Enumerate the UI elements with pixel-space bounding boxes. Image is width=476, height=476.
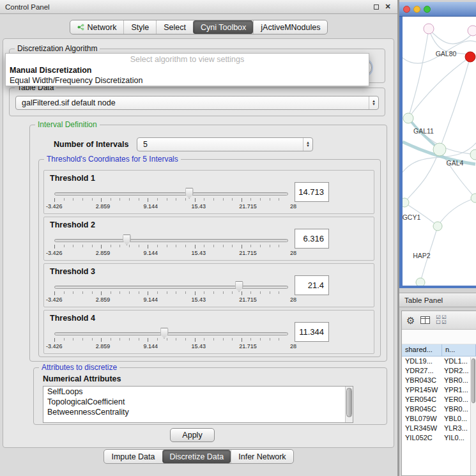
network-node[interactable]: [470, 150, 476, 160]
dropdown-placeholder: Select algorithm to view settings: [6, 55, 369, 65]
close-button[interactable]: [403, 6, 410, 13]
node-label-gal4: GAL4: [447, 159, 464, 167]
table-row[interactable]: YBL079WYBL0...: [402, 414, 476, 424]
slider-track[interactable]: [54, 286, 288, 289]
columns-icon[interactable]: [420, 316, 430, 324]
cell-shared-name[interactable]: YPR145W: [402, 385, 442, 395]
threshold-slider[interactable]: -3.4262.8599.14415.4321.71528: [54, 234, 288, 259]
slider-track[interactable]: [54, 239, 288, 242]
zoom-button[interactable]: [424, 6, 431, 13]
table-row[interactable]: YER054CYER0...: [402, 395, 476, 404]
checkbox-icon: ☑: [441, 320, 447, 325]
tab-infer-network[interactable]: Infer Network: [231, 450, 293, 463]
dropdown-option-manual[interactable]: Manual Discretization: [6, 65, 369, 75]
cell-shared-name[interactable]: YDR27...: [402, 366, 442, 376]
number-of-intervals-spinner[interactable]: 5 ▲▼: [137, 137, 313, 151]
table-row[interactable]: YBR045CYBR0...: [402, 404, 476, 414]
scale-tick-label: 2.859: [96, 250, 111, 256]
tab-label: Infer Network: [238, 452, 286, 461]
select-columns-icon[interactable]: ☑☑ ☐☑: [436, 315, 447, 325]
scale-tick-label: 15.43: [191, 343, 206, 349]
bottom-tab-group: Impute Data Discretize Data Infer Networ…: [104, 449, 293, 464]
slider-major-ticks: [54, 338, 288, 342]
cell-shared-name[interactable]: YBL079W: [402, 414, 442, 424]
slider-thumb[interactable]: [235, 281, 243, 292]
cell-shared-name[interactable]: YER054C: [402, 395, 442, 404]
network-node[interactable]: [403, 113, 413, 123]
threshold-slider[interactable]: -3.4262.8599.14415.4321.71528: [54, 281, 288, 305]
scrollbar-thumb[interactable]: [346, 388, 352, 417]
cell-shared-name[interactable]: YIL052C: [402, 433, 442, 443]
tab-discretize-data[interactable]: Discretize Data: [162, 450, 231, 463]
table-row[interactable]: YBR043CYBR0...: [402, 376, 476, 385]
cell-shared-name[interactable]: YLR345W: [402, 424, 442, 433]
list-item[interactable]: BetweennessCentrality: [43, 407, 353, 417]
network-node[interactable]: [471, 194, 476, 203]
table-data-select[interactable]: galFiltered.sif default node ▲▼: [15, 96, 379, 110]
tab-jactivemnodules[interactable]: jActiveMNodules: [253, 20, 327, 34]
threshold-label: Threshold 1: [50, 174, 95, 183]
slider-thumb[interactable]: [185, 188, 194, 199]
list-scrollbar[interactable]: [345, 387, 353, 422]
tab-select[interactable]: Select: [156, 20, 193, 34]
slider-track[interactable]: [54, 332, 288, 335]
table-row[interactable]: YPR145WYPR1...: [402, 385, 476, 395]
group-title: Threshold's Coordinates for 5 Intervals: [44, 155, 181, 164]
table-row[interactable]: YDR27...YDR2...: [402, 366, 476, 376]
close-window-button[interactable]: ✕: [383, 3, 392, 12]
network-node[interactable]: [403, 198, 409, 207]
table-row[interactable]: YLR345WYLR3...: [402, 424, 476, 433]
slider-track[interactable]: [54, 192, 288, 196]
spinner-arrows-icon: ▲▼: [303, 138, 312, 151]
scale-tick-label: -3.426: [46, 250, 63, 256]
network-node[interactable]: [433, 143, 446, 156]
column-header-name[interactable]: n...: [442, 344, 476, 357]
slider-thumb[interactable]: [160, 328, 169, 339]
network-canvas[interactable]: GAL80 GAL11 GAL4 GCY1 HAP2: [403, 17, 476, 286]
list-item[interactable]: SelfLoops: [43, 387, 353, 397]
threshold-slider[interactable]: -3.4262.8599.14415.4321.71528: [54, 328, 288, 352]
table-scrollbar[interactable]: [470, 357, 476, 475]
network-node[interactable]: [433, 222, 442, 231]
gear-icon[interactable]: ⚙: [406, 316, 415, 325]
tab-style[interactable]: Style: [123, 20, 156, 34]
scrollbar-thumb[interactable]: [472, 358, 475, 403]
number-of-intervals-label: Number of Intervals: [54, 140, 128, 149]
threshold-slider[interactable]: -3.4262.8599.14415.4321.71528: [54, 188, 288, 212]
column-header-shared-name[interactable]: shared...: [402, 344, 442, 357]
dropdown-option-equal-width[interactable]: Equal Width/Frequency Discretization: [6, 75, 369, 86]
attributes-group: Attributes to discretize Numerical Attri…: [33, 367, 387, 425]
scale-tick-label: 28: [290, 343, 296, 349]
tab-label: Select: [164, 23, 186, 32]
close-icon: ✕: [385, 3, 390, 11]
scale-tick-label: -3.426: [46, 343, 63, 349]
network-node[interactable]: [416, 278, 425, 286]
threshold-value-field[interactable]: 6.316: [295, 229, 329, 249]
cell-shared-name[interactable]: YDL19...: [402, 357, 442, 366]
scale-tick-label: 21.715: [239, 296, 257, 303]
table-row[interactable]: YDL19...YDL1...: [402, 357, 476, 366]
tab-impute-data[interactable]: Impute Data: [104, 450, 162, 463]
numerical-attributes-list[interactable]: SelfLoops TopologicalCoefficient Between…: [43, 386, 353, 423]
table-data-select-value: galFiltered.sif default node: [16, 98, 369, 107]
list-item[interactable]: TopologicalCoefficient: [43, 397, 353, 407]
threshold-value-field[interactable]: 14.713: [295, 182, 329, 202]
float-window-button[interactable]: [372, 3, 381, 12]
network-node[interactable]: [424, 24, 434, 34]
table-row[interactable]: YIL052CYIL0...: [402, 433, 476, 443]
slider-major-ticks: [54, 245, 288, 249]
cell-shared-name[interactable]: YBR043C: [402, 376, 442, 385]
scale-tick-label: 9.144: [144, 343, 158, 349]
cell-shared-name[interactable]: YBR045C: [402, 404, 442, 414]
tab-cyni-toolbox[interactable]: Cyni Toolbox: [193, 20, 253, 34]
slider-thumb[interactable]: [123, 234, 131, 245]
network-node[interactable]: [468, 26, 476, 36]
threshold-value-field[interactable]: 11.344: [295, 322, 329, 342]
network-node-selected[interactable]: [465, 52, 475, 62]
threshold-label: Threshold 4: [50, 314, 95, 323]
apply-button[interactable]: Apply: [170, 428, 215, 442]
tab-network[interactable]: Network: [70, 20, 124, 34]
table-panel-title: Table Panel: [404, 296, 443, 304]
threshold-value-field[interactable]: 21.4: [295, 275, 329, 295]
minimize-button[interactable]: [413, 6, 420, 13]
